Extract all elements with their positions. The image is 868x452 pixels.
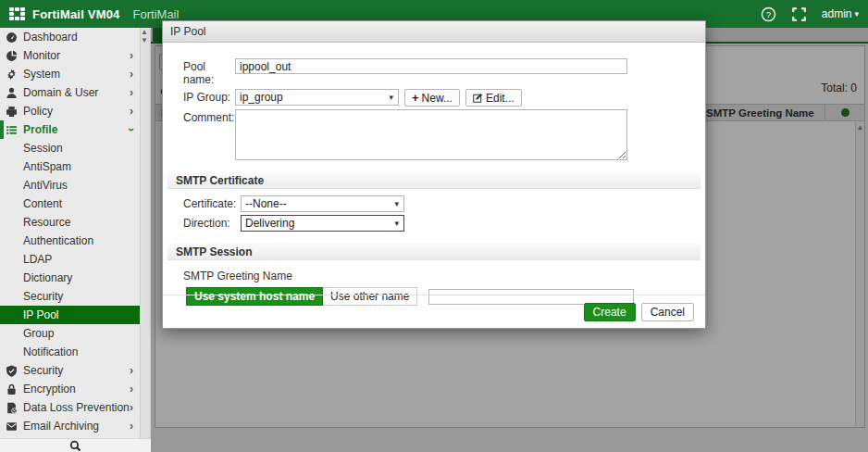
chevron-right-icon: › bbox=[130, 364, 133, 377]
search-icon[interactable] bbox=[69, 440, 81, 452]
sidebar-item-profile-antivirus[interactable]: AntiVirus bbox=[0, 176, 141, 195]
user-icon bbox=[6, 87, 18, 99]
sidebar-item-label: LDAP bbox=[23, 253, 52, 266]
sidebar-item-label: Group bbox=[23, 327, 54, 340]
smtp-session-section-header: SMTP Session bbox=[167, 244, 701, 260]
dlp-icon bbox=[6, 402, 18, 414]
edit-button[interactable]: Edit... bbox=[465, 89, 522, 107]
sidebar-item-label: AntiSpam bbox=[23, 160, 71, 173]
sidebar-scrollbar[interactable]: ▲ ▼ bbox=[140, 28, 150, 438]
pool-name-label: Pool name: bbox=[183, 58, 235, 86]
fortinet-logo bbox=[9, 7, 25, 20]
chevron-right-icon: › bbox=[130, 105, 133, 118]
sidebar-item-profile-content[interactable]: Content bbox=[0, 195, 141, 213]
chevron-down-icon: ▾ bbox=[394, 200, 399, 208]
dialog-footer: Create Cancel bbox=[163, 295, 705, 328]
sidebar-item-policy[interactable]: Policy› bbox=[0, 102, 141, 120]
sidebar-item-label: Email Archiving bbox=[23, 420, 99, 433]
chevron-down-icon: › bbox=[125, 128, 138, 132]
admin-label: admin bbox=[822, 7, 852, 20]
sidebar-item-data-loss-prevention[interactable]: Data Loss Prevention› bbox=[0, 398, 141, 417]
sidebar-item-label: IP Pool bbox=[23, 308, 58, 321]
chevron-down-icon: ▾ bbox=[854, 10, 859, 19]
ip-group-value: ip_group bbox=[240, 91, 283, 104]
sidebar-nav: DashboardMonitor›System›Domain & User›Po… bbox=[0, 28, 141, 435]
sidebar-item-profile-ip-pool[interactable]: IP Pool bbox=[0, 306, 141, 324]
comment-label: Comment: bbox=[183, 109, 235, 124]
sidebar-item-dashboard[interactable]: Dashboard bbox=[0, 28, 141, 46]
sidebar-item-system[interactable]: System› bbox=[0, 65, 141, 83]
policy-icon bbox=[6, 106, 18, 118]
product-title: FortiMail VM04 bbox=[32, 7, 120, 21]
admin-menu[interactable]: admin ▾ bbox=[822, 7, 859, 20]
sidebar-item-label: Dashboard bbox=[23, 31, 78, 44]
sidebar-item-monitor[interactable]: Monitor› bbox=[0, 46, 141, 65]
fullscreen-icon[interactable] bbox=[791, 6, 807, 22]
scroll-down-icon[interactable]: ▼ bbox=[141, 36, 148, 44]
chevron-right-icon: › bbox=[130, 86, 133, 99]
comment-textarea[interactable] bbox=[235, 109, 627, 160]
sidebar-item-profile-ldap[interactable]: LDAP bbox=[0, 250, 141, 269]
sidebar-item-profile-antispam[interactable]: AntiSpam bbox=[0, 157, 141, 176]
shield-icon bbox=[6, 365, 18, 377]
chevron-right-icon: › bbox=[130, 420, 133, 433]
cancel-button[interactable]: Cancel bbox=[641, 303, 694, 321]
sidebar-item-encryption[interactable]: Encryption› bbox=[0, 380, 141, 398]
direction-select[interactable]: Delivering ▾ bbox=[241, 215, 404, 232]
chevron-down-icon: ▾ bbox=[389, 94, 393, 102]
direction-label: Direction: bbox=[183, 215, 241, 230]
sidebar-item-label: Dictionary bbox=[23, 271, 72, 284]
sidebar-item-profile[interactable]: Profile› bbox=[0, 120, 141, 139]
sidebar-item-profile-authentication[interactable]: Authentication bbox=[0, 232, 141, 250]
sidebar-item-profile-resource[interactable]: Resource bbox=[0, 213, 141, 232]
chevron-right-icon: › bbox=[130, 401, 133, 414]
chevron-down-icon: ▾ bbox=[394, 220, 399, 228]
sidebar-item-email-archiving[interactable]: Email Archiving› bbox=[0, 417, 141, 435]
certificate-select[interactable]: --None-- ▾ bbox=[241, 195, 404, 212]
sidebar-item-label: Profile bbox=[23, 123, 57, 136]
chevron-right-icon: › bbox=[130, 383, 133, 396]
sidebar-item-profile-dictionary[interactable]: Dictionary bbox=[0, 269, 141, 287]
sidebar-item-label: Monitor bbox=[23, 49, 60, 62]
sidebar-item-label: Domain & User bbox=[23, 86, 98, 99]
sidebar-item-label: System bbox=[23, 68, 60, 81]
certificate-value: --None-- bbox=[245, 197, 287, 210]
pie-icon bbox=[6, 50, 18, 62]
sidebar-search-bar bbox=[0, 438, 151, 452]
sidebar-item-label: Encryption bbox=[23, 383, 76, 396]
sidebar-item-security[interactable]: Security› bbox=[0, 361, 141, 380]
sidebar-item-label: Authentication bbox=[23, 234, 93, 247]
ip-group-label: IP Group: bbox=[183, 89, 235, 104]
sidebar-item-label: Data Loss Prevention bbox=[23, 401, 130, 414]
hostname-label: FortiMail bbox=[133, 7, 180, 21]
pool-name-input[interactable] bbox=[235, 58, 627, 74]
list-icon bbox=[6, 124, 18, 136]
direction-value: Delivering bbox=[245, 217, 294, 230]
plus-icon: + bbox=[412, 91, 419, 105]
chevron-right-icon: › bbox=[130, 68, 133, 81]
sidebar-item-profile-session[interactable]: Session bbox=[0, 139, 141, 157]
lock-icon bbox=[6, 383, 18, 396]
help-icon[interactable]: ? bbox=[761, 6, 776, 22]
smtp-certificate-section-header: SMTP Certificate bbox=[167, 172, 701, 189]
sidebar-item-label: Session bbox=[23, 142, 63, 155]
new-button[interactable]: + New... bbox=[404, 89, 460, 107]
sidebar-item-label: Policy bbox=[23, 105, 53, 118]
sidebar-item-label: AntiVirus bbox=[23, 179, 68, 192]
sidebar-item-label: Security bbox=[23, 290, 63, 303]
create-button[interactable]: Create bbox=[584, 303, 636, 321]
sidebar-item-domain-user[interactable]: Domain & User› bbox=[0, 83, 141, 102]
sidebar-item-profile-security[interactable]: Security bbox=[0, 287, 141, 306]
certificate-label: Certificate: bbox=[183, 195, 241, 210]
sidebar-item-profile-notification[interactable]: Notification bbox=[0, 343, 141, 361]
smtp-greeting-name-label: SMTP Greeting Name bbox=[183, 270, 705, 282]
sidebar-item-label: Security bbox=[23, 364, 63, 377]
sidebar-item-label: Content bbox=[23, 197, 62, 210]
ip-group-select[interactable]: ip_group ▾ bbox=[235, 89, 399, 106]
mail-icon bbox=[6, 421, 18, 433]
sidebar-item-profile-group[interactable]: Group bbox=[0, 324, 141, 343]
chevron-right-icon: › bbox=[130, 49, 133, 62]
svg-text:?: ? bbox=[766, 9, 771, 19]
sidebar-item-label: Notification bbox=[23, 345, 78, 358]
scroll-up-icon[interactable]: ▲ bbox=[141, 28, 148, 36]
